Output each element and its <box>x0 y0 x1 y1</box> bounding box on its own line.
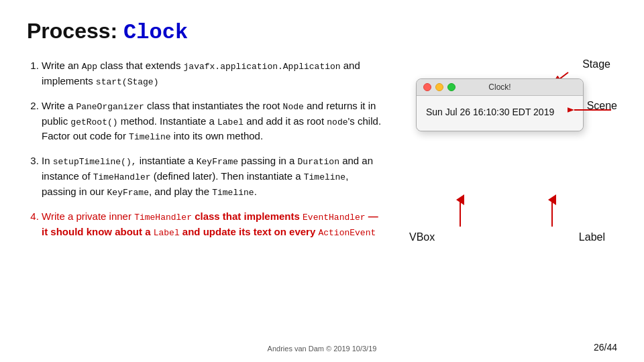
slide-page: Process: Clock Write an App class that e… <box>0 0 644 362</box>
stage-label: Stage <box>582 58 610 70</box>
step3-keyframe: KeyFrame <box>197 157 238 167</box>
step3-handler: TimeHandler <box>93 172 151 182</box>
step3-timeline2: Timeline <box>212 188 254 198</box>
step3-keyframe2: KeyFrame <box>107 188 149 198</box>
step3-setup: setupTimeline(), <box>53 157 137 167</box>
step3-duration: Duration <box>298 157 339 167</box>
step-2: Write a PaneOrganizer class that instant… <box>42 99 382 145</box>
steps-list: Write an App class that extends javafx.a… <box>27 58 382 239</box>
step1-start: start(Stage) <box>96 77 159 87</box>
step1-app: App <box>82 62 97 72</box>
step2-node2: node <box>327 117 347 127</box>
step4-timehandler: TimeHandler <box>134 213 192 223</box>
step2-pane: PaneOrganizer <box>76 102 144 112</box>
step2-node: Node <box>283 102 304 112</box>
footer: Andries van Dam © 2019 10/3/19 <box>0 345 644 353</box>
step4-label: Label <box>154 228 180 238</box>
mac-minimize-btn[interactable] <box>435 83 443 91</box>
label-arrow-svg <box>535 194 569 228</box>
clock-display: Sun Jul 26 16:10:30 EDT 2019 <box>426 107 574 117</box>
title-prefix: Process: <box>27 19 123 43</box>
content-area: Write an App class that extends javafx.a… <box>27 58 617 249</box>
footer-credit: Andries van Dam © 2019 10/3/19 <box>268 345 377 353</box>
step4-actionevent: ActionEvent <box>318 228 376 238</box>
mac-maximize-btn[interactable] <box>447 83 455 91</box>
step1-javafx: javafx.application.Application <box>184 62 341 72</box>
mac-titlebar: Clock! <box>417 79 583 96</box>
mac-close-btn[interactable] <box>423 83 431 91</box>
left-column: Write an App class that extends javafx.a… <box>27 58 382 249</box>
right-column: Stage Clock! <box>402 58 617 249</box>
step-4: Write a private inner TimeHandler class … <box>42 209 382 240</box>
step2-timeline: Timeline <box>129 132 170 142</box>
mac-body: Sun Jul 26 16:10:30 EDT 2019 <box>417 96 583 131</box>
mac-window-title: Clock! <box>488 82 511 92</box>
vbox-label: VBox <box>409 231 435 243</box>
label-arrow-container <box>535 194 569 230</box>
vbox-arrow-svg <box>447 194 474 228</box>
page-number: 26/44 <box>594 342 617 353</box>
scene-label: Scene <box>587 100 617 112</box>
title-clock: Clock <box>123 20 188 45</box>
vbox-arrow-container <box>447 194 474 230</box>
mac-window: Clock! Sun Jul 26 16:10:30 EDT 2019 <box>416 78 584 131</box>
label-label: Label <box>579 231 605 243</box>
step4-eventhandler: EventHandler <box>303 213 366 223</box>
step2-label: Label <box>217 117 244 127</box>
step3-timeline: Timeline <box>304 172 345 182</box>
step-1: Write an App class that extends javafx.a… <box>42 58 382 89</box>
slide-title: Process: Clock <box>27 19 617 45</box>
step-3: In setupTimeline(), instantiate a KeyFra… <box>42 154 382 200</box>
step2-getroot: getRoot() <box>70 117 117 127</box>
